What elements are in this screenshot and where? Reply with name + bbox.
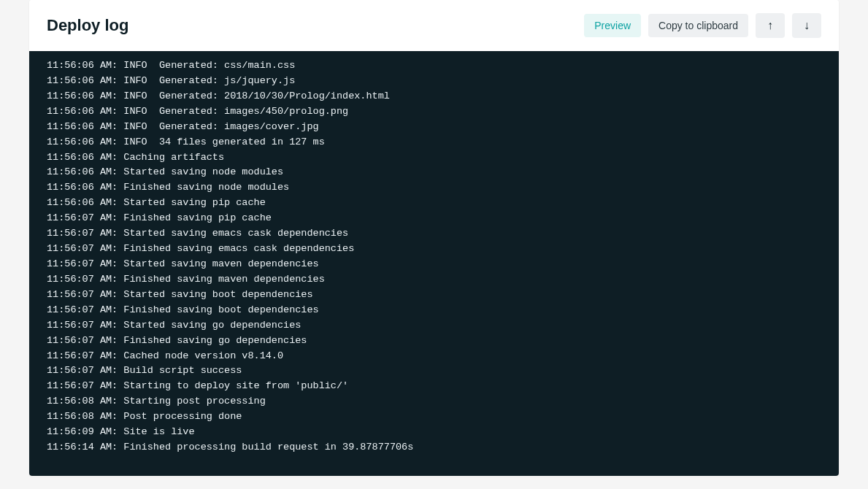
log-line: 11:56:06 AM: Finished saving node module… (47, 180, 821, 196)
log-line: 11:56:06 AM: INFO 34 files generated in … (47, 135, 821, 150)
header-actions: Preview Copy to clipboard ↑ ↓ (584, 13, 821, 38)
log-line: 11:56:07 AM: Started saving boot depende… (47, 288, 821, 303)
log-line: 11:56:07 AM: Started saving maven depend… (47, 257, 821, 272)
log-line: 11:56:07 AM: Started saving go dependenc… (47, 318, 821, 334)
log-line: 11:56:07 AM: Cached node version v8.14.0 (47, 349, 821, 364)
log-line: 11:56:07 AM: Build script success (47, 363, 821, 379)
log-output[interactable]: 11:56:06 AM: INFO Generated: css/main.cs… (29, 51, 839, 476)
page-title: Deploy log (47, 16, 128, 35)
log-line: 11:56:07 AM: Finished saving go dependen… (47, 334, 821, 349)
log-line: 11:56:06 AM: INFO Generated: images/cove… (47, 120, 821, 135)
log-line: 11:56:07 AM: Finished saving emacs cask … (47, 242, 821, 257)
log-line: 11:56:07 AM: Started saving emacs cask d… (47, 226, 821, 242)
log-line: 11:56:06 AM: INFO Generated: 2018/10/30/… (47, 89, 821, 104)
arrow-up-icon: ↑ (767, 18, 773, 32)
log-line: 11:56:08 AM: Starting post processing (47, 394, 821, 409)
log-line: 11:56:06 AM: Caching artifacts (47, 150, 821, 166)
log-line: 11:56:06 AM: INFO Generated: images/450/… (47, 104, 821, 120)
log-line: 11:56:06 AM: Started saving pip cache (47, 196, 821, 211)
log-line: 11:56:14 AM: Finished processing build r… (47, 440, 821, 455)
log-line: 11:56:06 AM: INFO Generated: js/jquery.j… (47, 74, 821, 89)
log-line: 11:56:07 AM: Finished saving maven depen… (47, 272, 821, 288)
deploy-log-panel: Deploy log Preview Copy to clipboard ↑ ↓… (29, 0, 839, 476)
log-line: 11:56:06 AM: Started saving node modules (47, 165, 821, 180)
log-line: 11:56:09 AM: Site is live (47, 425, 821, 440)
arrow-down-icon: ↓ (804, 18, 810, 32)
log-line: 11:56:07 AM: Finished saving pip cache (47, 211, 821, 226)
preview-button[interactable]: Preview (584, 14, 641, 38)
log-line: 11:56:08 AM: Post processing done (47, 409, 821, 425)
scroll-down-button[interactable]: ↓ (792, 13, 821, 38)
scroll-up-button[interactable]: ↑ (756, 13, 785, 38)
copy-to-clipboard-button[interactable]: Copy to clipboard (648, 14, 748, 38)
log-header: Deploy log Preview Copy to clipboard ↑ ↓ (29, 0, 839, 51)
log-line: 11:56:07 AM: Starting to deploy site fro… (47, 379, 821, 394)
log-line: 11:56:06 AM: INFO Generated: css/main.cs… (47, 58, 821, 74)
log-line: 11:56:07 AM: Finished saving boot depend… (47, 303, 821, 318)
